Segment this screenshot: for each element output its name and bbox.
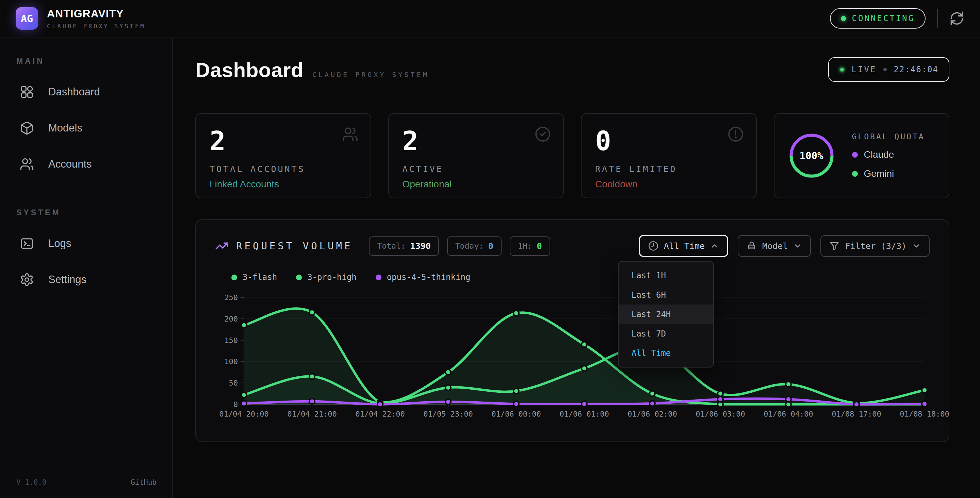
stat-value: 0 (595, 128, 743, 155)
series-dot-icon (231, 275, 237, 280)
request-volume-panel: REQUEST VOLUME Total: 1390 Today: 0 1H: … (195, 219, 950, 442)
menu-item-last-7d[interactable]: Last 7D (619, 324, 713, 343)
app-name: ANTIGRAVITY (47, 8, 145, 20)
connection-status-badge: CONNECTING (830, 8, 926, 29)
badge-value: 0 (537, 241, 542, 251)
quota-provider-gemini: Gemini (852, 168, 925, 179)
series-name: opus-4-5-thinking (387, 273, 471, 282)
app-subtitle: CLAUDE PROXY SYSTEM (47, 23, 145, 30)
svg-text:01/06 01:00: 01/06 01:00 (559, 410, 609, 418)
sidebar-item-logs[interactable]: Logs (16, 230, 158, 257)
stat-sublabel: Linked Accounts (210, 179, 357, 190)
sidebar-item-accounts[interactable]: Accounts (16, 151, 158, 177)
sidebar-section-system: SYSTEM (16, 208, 158, 217)
stat-sublabel: Operational (402, 179, 550, 190)
stat-label: RATE LIMITED (595, 164, 743, 174)
svg-text:100: 100 (224, 358, 238, 366)
chart-legend: 3-flash 3-pro-high opus-4-5-thinking (215, 273, 930, 282)
lock-icon (746, 241, 757, 251)
series-dot-icon (296, 275, 302, 280)
time-range-button[interactable]: All Time (639, 235, 728, 257)
live-status-badge: LIVE 22:46:04 (828, 57, 950, 82)
sidebar-item-label: Settings (48, 273, 86, 286)
menu-item-all-time[interactable]: All Time (619, 343, 713, 363)
today-requests-badge: Today: 0 (447, 236, 501, 256)
refresh-icon[interactable] (950, 11, 964, 26)
panel-title: REQUEST VOLUME (236, 240, 353, 252)
svg-text:0: 0 (234, 400, 238, 409)
status-dot-icon (841, 16, 846, 21)
svg-text:01/06 04:00: 01/06 04:00 (764, 410, 813, 418)
svg-text:200: 200 (224, 315, 238, 323)
svg-text:01/04 21:00: 01/04 21:00 (287, 410, 337, 418)
menu-item-last-6h[interactable]: Last 6H (619, 285, 713, 305)
sidebar: MAIN Dashboard Models Accounts SYSTEM Lo (0, 37, 173, 498)
claude-dot-icon (852, 152, 858, 158)
grid-icon (20, 85, 34, 99)
stat-card-total-accounts: 2 TOTAL ACCOUNTS Linked Accounts (195, 113, 371, 198)
request-volume-chart: 05010015020025001/04 20:0001/04 21:0001/… (215, 291, 930, 428)
model-filter-button[interactable]: Model (738, 235, 811, 257)
time-range-label: All Time (664, 241, 705, 251)
legend-item: opus-4-5-thinking (375, 273, 471, 282)
sidebar-item-label: Models (48, 122, 82, 134)
stat-card-active: 2 ACTIVE Operational (388, 113, 564, 198)
model-button-label: Model (762, 241, 788, 251)
series-name: 3-flash (243, 273, 277, 282)
sidebar-item-settings[interactable]: Settings (16, 267, 158, 293)
filter-button-label: Filter (3/3) (845, 241, 907, 251)
series-name: 3-pro-high (307, 273, 356, 282)
users-icon (342, 126, 358, 142)
legend-item: 3-pro-high (296, 273, 356, 282)
live-dot-icon (839, 67, 845, 73)
alert-circle-icon (727, 126, 744, 142)
stat-label: TOTAL ACCOUNTS (210, 164, 357, 174)
stat-value: 2 (210, 128, 357, 155)
svg-text:01/06 00:00: 01/06 00:00 (492, 410, 541, 418)
stat-card-rate-limited: 0 RATE LIMITED Cooldown (581, 113, 757, 198)
badge-label: Total: (377, 241, 405, 251)
svg-text:01/06 03:00: 01/06 03:00 (695, 410, 745, 418)
total-requests-badge: Total: 1390 (369, 236, 439, 256)
hour-requests-badge: 1H: 0 (510, 236, 550, 256)
gear-icon (20, 273, 34, 287)
menu-item-last-1h[interactable]: Last 1H (619, 266, 713, 285)
badge-label: Today: (455, 241, 484, 251)
badge-value: 1390 (410, 241, 431, 251)
status-label: CONNECTING (852, 14, 915, 23)
provider-name: Claude (864, 149, 894, 160)
version-label: V 1.0.0 (16, 478, 47, 487)
svg-text:01/08 17:00: 01/08 17:00 (832, 410, 881, 418)
menu-item-last-24h[interactable]: Last 24H (619, 305, 713, 324)
sidebar-item-label: Logs (48, 238, 71, 250)
trending-up-icon (215, 239, 229, 253)
main-content: Dashboard CLAUDE PROXY SYSTEM LIVE 22:46… (173, 37, 980, 498)
stat-sublabel: Cooldown (595, 179, 743, 190)
sidebar-item-dashboard[interactable]: Dashboard (16, 79, 158, 105)
quota-label: GLOBAL QUOTA (852, 132, 925, 141)
svg-text:250: 250 (224, 293, 238, 302)
github-link[interactable]: GitHub (130, 478, 156, 487)
sidebar-item-label: Accounts (48, 158, 92, 170)
global-quota-card: 100% GLOBAL QUOTA Claude Gemini (774, 113, 950, 198)
chevron-down-icon (912, 241, 921, 251)
page-subtitle: CLAUDE PROXY SYSTEM (312, 70, 429, 79)
app-logo: AG (16, 7, 38, 30)
badge-label: 1H: (518, 241, 532, 251)
filter-button[interactable]: Filter (3/3) (821, 235, 930, 257)
sidebar-section-main: MAIN (16, 57, 158, 66)
gemini-dot-icon (852, 171, 858, 177)
chevron-down-icon (793, 241, 802, 251)
svg-text:01/04 20:00: 01/04 20:00 (219, 410, 269, 418)
terminal-icon (20, 236, 34, 251)
divider (937, 9, 938, 27)
legend-item: 3-flash (231, 273, 277, 282)
cube-icon (20, 121, 34, 135)
svg-text:01/04 22:00: 01/04 22:00 (355, 410, 405, 418)
sidebar-item-models[interactable]: Models (16, 115, 158, 141)
dot-separator-icon (883, 68, 887, 71)
svg-text:150: 150 (224, 336, 238, 345)
svg-text:01/05 23:00: 01/05 23:00 (423, 410, 473, 418)
time-range-dropdown: Last 1H Last 6H Last 24H Last 7D All Tim… (618, 261, 714, 367)
quota-ring-gauge: 100% (786, 130, 837, 181)
